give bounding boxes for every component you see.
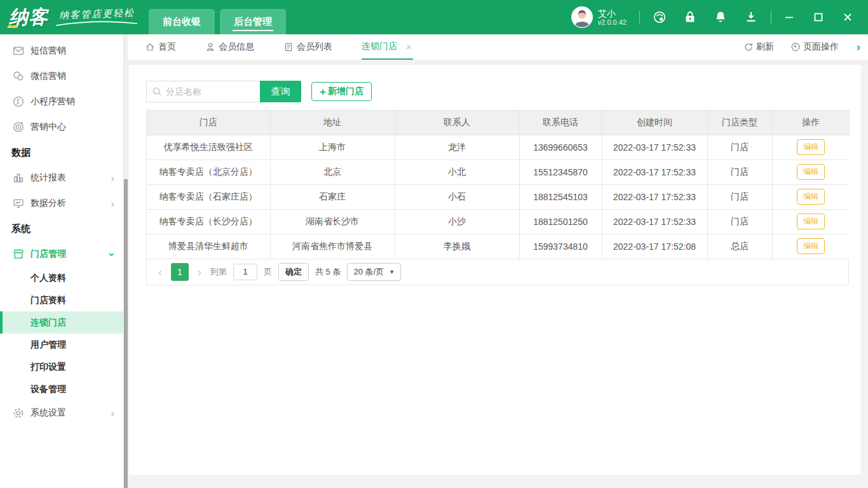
page-operations-icon — [790, 42, 801, 52]
customer-service-icon[interactable] — [653, 10, 667, 24]
edit-button[interactable]: 编辑 — [797, 189, 825, 205]
search-group: 查询 — [146, 81, 301, 102]
logo-text: 纳客 — [9, 6, 48, 27]
goto-page-input[interactable] — [233, 264, 257, 280]
window-controls — [784, 12, 868, 22]
chevron-right-icon: › — [111, 173, 114, 184]
refresh-icon — [743, 42, 754, 52]
edit-button[interactable]: 编辑 — [797, 214, 825, 229]
confirm-button[interactable]: 确定 — [278, 263, 309, 281]
next-page-button[interactable]: › — [195, 266, 204, 278]
tab-member-list[interactable]: 会员列表 — [283, 34, 332, 60]
page-number-active[interactable]: 1 — [171, 263, 189, 281]
download-icon[interactable] — [744, 10, 758, 24]
cell-actions: 编辑 — [772, 209, 850, 234]
sidebar-item-label: 营销中心 — [31, 121, 66, 133]
bell-icon[interactable] — [714, 10, 728, 24]
titlebar-divider — [639, 11, 640, 24]
sidebar-item-wechat-marketing[interactable]: 微信营销 — [0, 64, 123, 89]
table-row: 优享希悦生活致强社区 上海市 龙洋 13699660653 2022-03-17… — [147, 135, 850, 159]
lock-icon[interactable] — [683, 10, 697, 24]
page-size-select[interactable]: 20 条/页 ▼ — [347, 263, 401, 281]
sidebar-item-label: 微信营销 — [31, 71, 66, 82]
page-background: 查询 + 新增门店 — [128, 60, 868, 488]
cell-actions: 编辑 — [772, 234, 850, 259]
tab-chain-stores[interactable]: 连锁门店 × — [362, 34, 413, 60]
action-label: 页面操作 — [803, 41, 839, 53]
add-store-button[interactable]: + 新增门店 — [311, 82, 372, 101]
pagination: ‹ 1 › 到第 页 确定 共 5 条 20 条/页 ▼ — [147, 259, 848, 285]
cell-type: 门店 — [707, 184, 772, 209]
tab-close-icon[interactable]: × — [406, 41, 412, 52]
maximize-icon[interactable] — [813, 12, 824, 22]
tab-member-info[interactable]: 会员信息 — [205, 34, 254, 60]
sidebar-item-sms-marketing[interactable]: 短信营销 — [0, 38, 123, 64]
search-input[interactable] — [166, 86, 255, 97]
user-info[interactable]: 艾小 v2.0.0.42 — [571, 6, 627, 28]
plus-icon: + — [320, 86, 326, 97]
cell-created: 2022-03-17 17:52:33 — [602, 135, 707, 159]
sidebar-subitem-device-management[interactable]: 设备管理 — [0, 378, 123, 400]
edit-button[interactable]: 编辑 — [797, 164, 825, 180]
sidebar-subitem-print-settings[interactable]: 打印设置 — [0, 356, 123, 378]
cell-type: 总店 — [707, 234, 772, 259]
user-meta: 艾小 v2.0.0.42 — [598, 8, 627, 27]
cell-store: 纳客专卖店（长沙分店） — [147, 209, 270, 234]
col-phone: 联系电话 — [519, 111, 602, 135]
sidebar-item-store-management[interactable]: 门店管理 › — [0, 241, 123, 267]
sidebar-item-marketing-center[interactable]: 营销中心 — [0, 114, 123, 140]
tab-label: 连锁门店 — [362, 41, 397, 52]
sidebar-section-system: 系统 — [0, 216, 123, 241]
minimize-icon[interactable] — [784, 12, 794, 22]
brand-slogan: 纳客管店更轻松 — [55, 8, 139, 26]
search-button[interactable]: 查询 — [260, 81, 301, 102]
cell-phone: 15512345870 — [519, 159, 602, 184]
sidebar-item-label: 统计报表 — [31, 172, 66, 184]
titlebar-icons — [653, 10, 758, 24]
user-name: 艾小 — [598, 8, 627, 18]
table-row: 纳客专卖店（长沙分店） 湖南省长沙市 小沙 18812501250 2022-0… — [147, 209, 850, 234]
col-address: 地址 — [270, 111, 395, 135]
logo-accent — [7, 25, 18, 28]
col-created: 创建时间 — [602, 111, 707, 135]
sidebar-item-statistics-reports[interactable]: 统计报表 › — [0, 165, 123, 191]
cell-created: 2022-03-17 17:52:33 — [602, 184, 707, 209]
sidebar-subitem-store-profile[interactable]: 门店资料 — [0, 289, 123, 311]
nav-frontdesk-cashier[interactable]: 前台收银 — [149, 9, 215, 34]
cell-address: 北京 — [270, 159, 395, 184]
cell-address: 湖南省长沙市 — [270, 209, 395, 234]
refresh-button[interactable]: 刷新 — [743, 41, 774, 53]
stores-table-box: 门店 地址 联系人 联系电话 创建时间 门店类型 操作 — [146, 110, 849, 285]
sidebar-item-miniprogram-marketing[interactable]: 小程序营销 — [0, 89, 123, 114]
top-nav: 前台收银 后台管理 — [149, 9, 286, 34]
sidebar-item-data-analysis[interactable]: 数据分析 › — [0, 191, 123, 216]
page-operations-button[interactable]: 页面操作 — [790, 41, 839, 53]
col-actions: 操作 — [772, 111, 850, 135]
edit-button[interactable]: 编辑 — [797, 139, 825, 155]
sidebar-subitem-personal-profile[interactable]: 个人资料 — [0, 267, 123, 289]
sidebar-subitem-chain-stores[interactable]: 连锁门店 — [0, 311, 123, 334]
scrollbar-thumb[interactable] — [124, 179, 128, 488]
cell-address: 上海市 — [270, 135, 395, 159]
sidebar-item-system-settings[interactable]: 系统设置 › — [0, 400, 123, 426]
edit-button[interactable]: 编辑 — [797, 238, 825, 254]
tab-home[interactable]: 首页 — [145, 34, 176, 60]
toolbar: 查询 + 新增门店 — [146, 81, 849, 102]
cell-type: 门店 — [707, 135, 772, 159]
cell-store: 优享希悦生活致强社区 — [147, 135, 270, 159]
close-icon[interactable] — [843, 12, 853, 22]
chevron-down-icon: › — [107, 252, 118, 256]
cell-created: 2022-03-17 17:52:08 — [602, 234, 707, 259]
col-store: 门店 — [147, 111, 270, 135]
sidebar-item-label: 小程序营销 — [31, 96, 75, 107]
prev-page-button[interactable]: ‹ — [156, 266, 165, 278]
cell-store: 博爱县清华生鲜超市 — [147, 234, 270, 259]
cell-actions: 编辑 — [772, 135, 850, 159]
chevron-right-icon[interactable]: › — [857, 41, 860, 54]
sidebar-subitem-user-management[interactable]: 用户管理 — [0, 334, 123, 356]
main-row: 短信营销 微信营销 小程序营销 营销中心 数据 统计报表 › — [0, 34, 868, 488]
cell-created: 2022-03-17 17:52:33 — [602, 209, 707, 234]
nav-backend-management[interactable]: 后台管理 — [220, 9, 286, 34]
sidebar-scrollbar[interactable] — [124, 34, 128, 488]
content-card: 查询 + 新增门店 — [129, 65, 861, 475]
